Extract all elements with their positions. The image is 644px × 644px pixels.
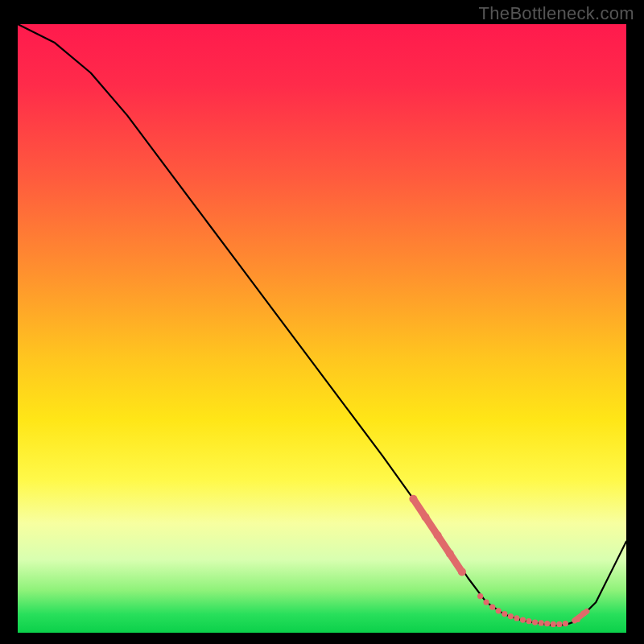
data-point-cluster-tail — [575, 612, 587, 621]
data-point — [477, 593, 483, 599]
data-point — [544, 621, 550, 626]
data-point-group — [409, 495, 586, 627]
data-point — [539, 620, 544, 625]
data-point — [446, 550, 454, 558]
data-point — [422, 513, 430, 521]
data-point — [563, 621, 568, 626]
data-point — [489, 605, 495, 610]
data-point — [508, 613, 514, 619]
bottleneck-curve — [18, 24, 626, 625]
curve-svg — [18, 24, 626, 633]
data-point — [532, 620, 538, 625]
data-point — [458, 568, 466, 576]
data-point — [409, 495, 417, 503]
data-point — [520, 617, 526, 623]
data-point — [434, 531, 442, 539]
data-point — [526, 618, 531, 624]
data-point — [514, 615, 519, 621]
data-point — [484, 600, 489, 605]
watermark-text: TheBottleneck.com — [479, 3, 634, 24]
data-point — [502, 611, 507, 617]
data-point — [496, 608, 502, 613]
chart-frame: TheBottleneck.com — [0, 0, 644, 644]
data-point — [551, 621, 556, 627]
plot-area — [18, 24, 626, 633]
data-point — [556, 621, 562, 627]
